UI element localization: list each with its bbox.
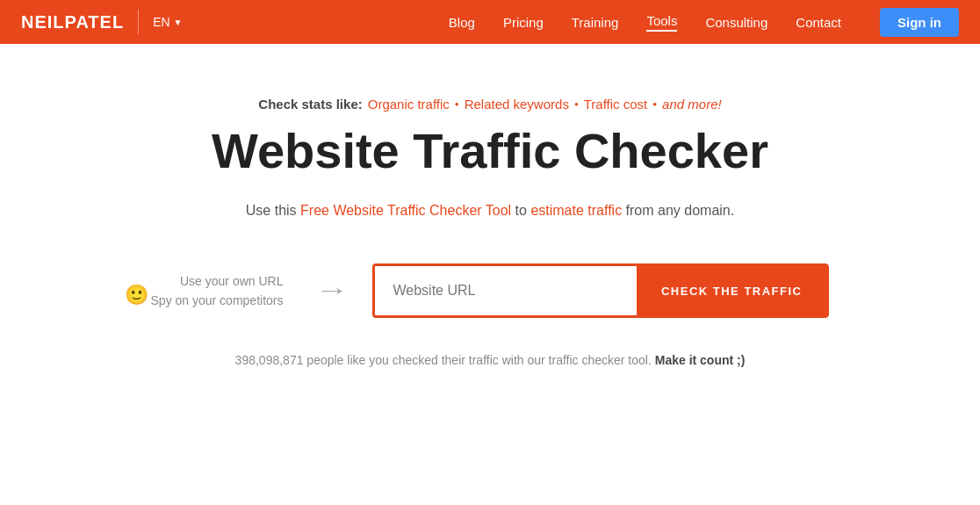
check-traffic-button[interactable]: CHECK THE TRAFFIC [637, 266, 827, 315]
url-input-section: Use your own URL 🙂 Spy on your competito… [151, 263, 830, 318]
page-title: Website Traffic Checker [212, 124, 768, 178]
main-content: Check stats like: Organic traffic ● Rela… [0, 44, 980, 402]
page-description: Use this Free Website Traffic Checker To… [246, 199, 734, 222]
header: NEILPATEL EN ▼ Blog Pricing Training Too… [0, 0, 980, 44]
logo: NEILPATEL [21, 12, 124, 32]
stats-dot-1: ● [574, 100, 579, 108]
nav-item-training[interactable]: Training [572, 15, 619, 30]
stats-dot-0: ● [455, 100, 459, 108]
desc-highlight2: estimate traffic [530, 203, 622, 218]
lang-selector[interactable]: EN ▼ [153, 15, 182, 29]
nav-item-consulting[interactable]: Consulting [705, 15, 767, 30]
nav-item-pricing[interactable]: Pricing [503, 15, 544, 30]
hint-line2: Spy on your competitors [151, 293, 284, 307]
stats-subtitle: Check stats like: Organic traffic ● Rela… [258, 97, 721, 112]
signin-button[interactable]: Sign in [880, 8, 959, 37]
url-input-box: CHECK THE TRAFFIC [372, 263, 829, 318]
stat-text: people like you checked their traffic wi… [303, 353, 654, 367]
hint-text: Use your own URL 🙂 Spy on your competito… [151, 271, 284, 311]
stats-item-2: Traffic cost [584, 97, 648, 112]
chevron-down-icon: ▼ [174, 18, 183, 27]
logo-divider [138, 10, 139, 34]
lang-label: EN [153, 15, 169, 29]
main-nav: Blog Pricing Training Tools Consulting C… [449, 8, 959, 37]
nav-item-contact[interactable]: Contact [796, 15, 841, 30]
url-input[interactable] [375, 266, 636, 315]
spy-emoji: 🙂 [125, 279, 148, 310]
stats-more: and more! [662, 97, 722, 112]
nav-item-tools[interactable]: Tools [646, 13, 677, 32]
stats-dot-2: ● [652, 100, 657, 108]
hint-line1: Use your own URL [180, 274, 284, 288]
nav-item-blog[interactable]: Blog [449, 15, 475, 30]
hint-area: Use your own URL 🙂 Spy on your competito… [151, 271, 284, 311]
stats-label: Check stats like: [258, 97, 362, 112]
footer-stat: 398,098,871 people like you checked thei… [235, 353, 746, 367]
stats-item-0: Organic traffic [368, 97, 450, 112]
desc-highlight1: Free Website Traffic Checker Tool [300, 203, 511, 218]
desc-mid: to [511, 203, 530, 218]
desc-pre: Use this [246, 203, 300, 218]
stat-cta: Make it count ;) [655, 353, 746, 367]
stat-number: 398,098,871 [235, 353, 304, 367]
stats-item-1: Related keywords [465, 97, 569, 112]
arrow-icon: → [315, 277, 349, 305]
desc-post: from any domain. [622, 203, 734, 218]
